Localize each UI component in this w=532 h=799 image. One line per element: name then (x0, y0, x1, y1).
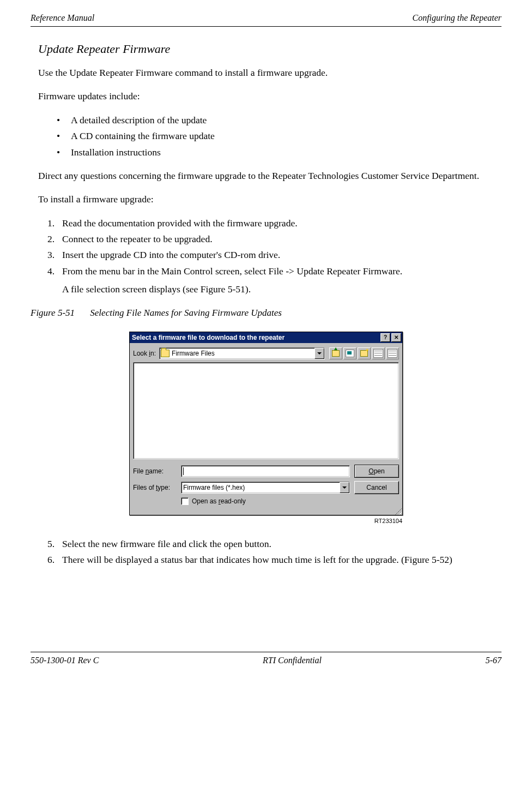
page-footer: 550-1300-01 Rev C RTI Confidential 5-67 (31, 656, 501, 665)
file-open-dialog: Select a firmware file to download to th… (129, 332, 403, 515)
footer-rule (31, 652, 501, 652)
intro-paragraph: Use the Update Repeater Firmware command… (38, 66, 501, 80)
footer-center: RTI Confidential (263, 656, 322, 665)
figure-number: Figure 5-51 (31, 308, 75, 318)
header-right: Configuring the Repeater (412, 13, 501, 23)
resize-grip[interactable] (130, 508, 402, 515)
figure-code: RT233104 (130, 518, 402, 524)
step-text: Read the documentation provided with the… (62, 217, 501, 230)
bullet-item: A CD containing the firmware update (71, 129, 501, 143)
resize-grip-icon (395, 508, 402, 515)
details-icon (388, 349, 397, 358)
page-header: Reference Manual Configuring the Repeate… (31, 13, 501, 23)
step-text: Select the new firmware file and click t… (62, 537, 501, 551)
dialog-titlebar[interactable]: Select a firmware file to download to th… (130, 332, 402, 343)
bullet-item: Installation instructions (71, 146, 501, 159)
step-list-b: 5. Select the new firmware file and clic… (31, 537, 501, 567)
readonly-checkbox[interactable] (181, 497, 189, 505)
lookin-combo[interactable]: Firmware Files (159, 347, 325, 359)
step-number: 3. (31, 248, 62, 262)
header-rule (31, 26, 501, 27)
help-button[interactable]: ? (380, 333, 390, 342)
footer-right: 5-67 (486, 656, 501, 665)
new-folder-icon (360, 350, 368, 357)
step-item: 1. Read the documentation provided with … (31, 217, 501, 230)
close-button[interactable]: ✕ (391, 333, 401, 342)
step-text: Connect to the repeater to be upgraded. (62, 232, 501, 246)
up-folder-icon (332, 350, 340, 357)
step-list-a: 1. Read the documentation provided with … (31, 217, 501, 297)
readonly-label: Open as read-only (192, 497, 246, 505)
bullet-list: A detailed description of the update A C… (38, 113, 501, 159)
filetype-value: Firmware files (*.hex) (183, 484, 245, 491)
bullet-item: A detailed description of the update (71, 113, 501, 127)
step-item: 3. Insert the upgrade CD into the comput… (31, 248, 501, 262)
step-subtext: A file selection screen displays (see Fi… (62, 283, 501, 296)
combo-arrow-icon[interactable] (340, 482, 349, 493)
folder-icon (161, 350, 170, 357)
list-view-button[interactable] (372, 347, 385, 359)
file-list-area[interactable] (133, 362, 399, 459)
figure-title: Selecting File Names for Saving Firmware… (90, 308, 282, 318)
details-view-button[interactable] (386, 347, 399, 359)
text-cursor (183, 467, 184, 475)
includes-intro: Firmware updates include: (38, 89, 501, 103)
section-title: Update Repeater Firmware (38, 42, 501, 56)
new-folder-button[interactable] (358, 347, 371, 359)
filename-label: File name: (133, 467, 177, 475)
step-number: 2. (31, 232, 62, 246)
step-text: There will be displayed a status bar tha… (62, 553, 501, 567)
filetype-combo[interactable]: Firmware files (*.hex) (181, 482, 350, 494)
figure-caption: Figure 5-51 Selecting File Names for Sav… (31, 308, 501, 319)
step-text: From the menu bar in the Main Control sc… (62, 266, 402, 277)
step-item: 6. There will be displayed a status bar … (31, 553, 501, 567)
cancel-button[interactable]: Cancel (354, 481, 399, 494)
desktop-icon (346, 350, 354, 357)
desktop-button[interactable] (343, 347, 356, 359)
direct-paragraph: Direct any questions concerning the firm… (38, 169, 501, 183)
filetype-label: Files of type: (133, 484, 177, 491)
step-item: 5. Select the new firmware file and clic… (31, 537, 501, 551)
list-icon (373, 349, 383, 358)
up-one-level-button[interactable] (329, 347, 342, 359)
filename-input[interactable] (181, 465, 350, 477)
dialog-title: Select a firmware file to download to th… (132, 334, 379, 341)
lookin-label: Look in: (133, 350, 156, 357)
open-button[interactable]: Open (354, 465, 399, 478)
step-number: 5. (31, 537, 62, 551)
footer-left: 550-1300-01 Rev C (31, 656, 99, 665)
step-item: 4. From the menu bar in the Main Control… (31, 265, 501, 297)
step-item: 2. Connect to the repeater to be upgrade… (31, 232, 501, 246)
step-number: 6. (31, 553, 62, 567)
lookin-value: Firmware Files (172, 350, 215, 357)
combo-arrow-icon[interactable] (315, 348, 324, 359)
step-text: Insert the upgrade CD into the computer'… (62, 248, 501, 262)
install-intro: To install a firmware upgrade: (38, 193, 501, 206)
header-left: Reference Manual (31, 13, 94, 23)
step-number: 1. (31, 217, 62, 230)
step-number: 4. (31, 265, 62, 297)
